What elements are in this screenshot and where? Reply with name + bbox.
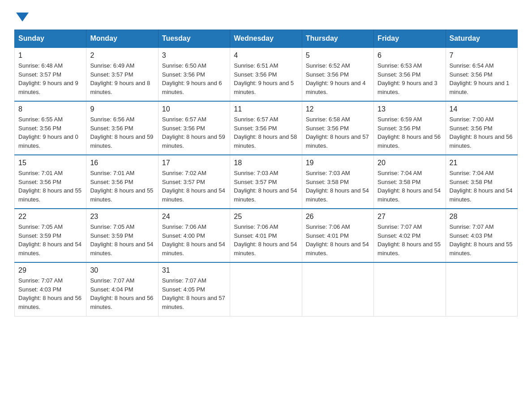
col-thursday: Thursday (302, 30, 373, 48)
day-info: Sunrise: 7:06 AM Sunset: 4:00 PM Dayligh… (162, 223, 226, 257)
calendar-week-4: 22 Sunrise: 7:05 AM Sunset: 3:59 PM Dayl… (15, 209, 518, 262)
day-number: 8 (18, 105, 82, 113)
day-info: Sunrise: 6:59 AM Sunset: 3:56 PM Dayligh… (378, 115, 442, 150)
day-info: Sunrise: 6:56 AM Sunset: 3:56 PM Dayligh… (90, 115, 154, 150)
col-sunday: Sunday (15, 30, 86, 48)
day-number: 25 (234, 213, 298, 221)
day-info: Sunrise: 6:55 AM Sunset: 3:56 PM Dayligh… (18, 115, 82, 150)
day-info: Sunrise: 7:07 AM Sunset: 4:03 PM Dayligh… (18, 276, 82, 311)
table-row: 1 Sunrise: 6:48 AM Sunset: 3:57 PM Dayli… (15, 47, 86, 101)
day-number: 6 (378, 51, 442, 60)
day-number: 20 (378, 159, 442, 167)
day-info: Sunrise: 6:58 AM Sunset: 3:56 PM Dayligh… (306, 115, 370, 150)
calendar-week-1: 1 Sunrise: 6:48 AM Sunset: 3:57 PM Dayli… (15, 47, 518, 101)
col-wednesday: Wednesday (230, 30, 302, 48)
calendar-week-3: 15 Sunrise: 7:01 AM Sunset: 3:56 PM Dayl… (15, 155, 518, 209)
calendar-table: Sunday Monday Tuesday Wednesday Thursday… (14, 30, 518, 317)
day-info: Sunrise: 7:06 AM Sunset: 4:01 PM Dayligh… (234, 223, 298, 257)
col-tuesday: Tuesday (158, 30, 230, 48)
table-row: 19 Sunrise: 7:03 AM Sunset: 3:58 PM Dayl… (302, 155, 373, 209)
table-row: 7 Sunrise: 6:54 AM Sunset: 3:56 PM Dayli… (446, 47, 517, 101)
day-info: Sunrise: 6:52 AM Sunset: 3:56 PM Dayligh… (306, 61, 370, 96)
day-number: 2 (90, 51, 154, 60)
day-number: 16 (90, 159, 154, 167)
day-info: Sunrise: 6:50 AM Sunset: 3:56 PM Dayligh… (162, 61, 226, 96)
table-row: 22 Sunrise: 7:05 AM Sunset: 3:59 PM Dayl… (15, 209, 86, 262)
col-friday: Friday (374, 30, 446, 48)
day-number: 9 (90, 105, 154, 113)
day-info: Sunrise: 6:53 AM Sunset: 3:56 PM Dayligh… (378, 61, 442, 96)
table-row: 4 Sunrise: 6:51 AM Sunset: 3:56 PM Dayli… (230, 47, 302, 101)
table-row: 13 Sunrise: 6:59 AM Sunset: 3:56 PM Dayl… (374, 101, 446, 155)
day-info: Sunrise: 7:02 AM Sunset: 3:57 PM Dayligh… (162, 169, 226, 204)
day-number: 10 (162, 105, 226, 113)
day-info: Sunrise: 7:05 AM Sunset: 3:59 PM Dayligh… (18, 223, 82, 257)
calendar-week-5: 29 Sunrise: 7:07 AM Sunset: 4:03 PM Dayl… (15, 262, 518, 316)
table-row (374, 262, 446, 316)
header-row: Sunday Monday Tuesday Wednesday Thursday… (15, 30, 518, 48)
day-number: 27 (378, 213, 442, 221)
day-info: Sunrise: 7:07 AM Sunset: 4:03 PM Dayligh… (450, 223, 514, 257)
day-number: 31 (162, 266, 226, 274)
day-number: 26 (306, 213, 370, 221)
table-row (302, 262, 373, 316)
day-number: 21 (450, 159, 514, 167)
day-info: Sunrise: 7:05 AM Sunset: 3:59 PM Dayligh… (90, 223, 154, 257)
table-row (230, 262, 302, 316)
day-info: Sunrise: 7:07 AM Sunset: 4:05 PM Dayligh… (162, 276, 226, 311)
header (14, 11, 518, 21)
day-info: Sunrise: 7:01 AM Sunset: 3:56 PM Dayligh… (90, 169, 154, 204)
day-info: Sunrise: 7:07 AM Sunset: 4:04 PM Dayligh… (90, 276, 154, 311)
day-number: 18 (234, 159, 298, 167)
day-number: 1 (18, 51, 82, 60)
col-monday: Monday (86, 30, 158, 48)
day-number: 19 (306, 159, 370, 167)
day-number: 4 (234, 51, 298, 60)
col-saturday: Saturday (446, 30, 517, 48)
day-info: Sunrise: 7:04 AM Sunset: 3:58 PM Dayligh… (450, 169, 514, 204)
table-row: 29 Sunrise: 7:07 AM Sunset: 4:03 PM Dayl… (15, 262, 86, 316)
table-row: 16 Sunrise: 7:01 AM Sunset: 3:56 PM Dayl… (86, 155, 158, 209)
table-row: 3 Sunrise: 6:50 AM Sunset: 3:56 PM Dayli… (158, 47, 230, 101)
table-row: 11 Sunrise: 6:57 AM Sunset: 3:56 PM Dayl… (230, 101, 302, 155)
table-row: 8 Sunrise: 6:55 AM Sunset: 3:56 PM Dayli… (15, 101, 86, 155)
day-info: Sunrise: 7:07 AM Sunset: 4:02 PM Dayligh… (378, 223, 442, 257)
table-row: 6 Sunrise: 6:53 AM Sunset: 3:56 PM Dayli… (374, 47, 446, 101)
logo-triangle-icon (16, 13, 29, 21)
day-info: Sunrise: 6:57 AM Sunset: 3:56 PM Dayligh… (234, 115, 298, 150)
day-number: 22 (18, 213, 82, 221)
day-info: Sunrise: 6:51 AM Sunset: 3:56 PM Dayligh… (234, 61, 298, 96)
day-number: 7 (450, 51, 514, 60)
table-row: 9 Sunrise: 6:56 AM Sunset: 3:56 PM Dayli… (86, 101, 158, 155)
table-row: 28 Sunrise: 7:07 AM Sunset: 4:03 PM Dayl… (446, 209, 517, 262)
table-row: 20 Sunrise: 7:04 AM Sunset: 3:58 PM Dayl… (374, 155, 446, 209)
day-number: 5 (306, 51, 370, 60)
table-row: 26 Sunrise: 7:06 AM Sunset: 4:01 PM Dayl… (302, 209, 373, 262)
table-row: 12 Sunrise: 6:58 AM Sunset: 3:56 PM Dayl… (302, 101, 373, 155)
day-info: Sunrise: 7:01 AM Sunset: 3:56 PM Dayligh… (18, 169, 82, 204)
day-info: Sunrise: 7:00 AM Sunset: 3:56 PM Dayligh… (450, 115, 514, 150)
logo (14, 11, 29, 21)
day-number: 13 (378, 105, 442, 113)
day-number: 11 (234, 105, 298, 113)
day-number: 15 (18, 159, 82, 167)
table-row: 27 Sunrise: 7:07 AM Sunset: 4:02 PM Dayl… (374, 209, 446, 262)
table-row: 10 Sunrise: 6:57 AM Sunset: 3:56 PM Dayl… (158, 101, 230, 155)
day-number: 23 (90, 213, 154, 221)
day-number: 28 (450, 213, 514, 221)
day-number: 24 (162, 213, 226, 221)
day-number: 12 (306, 105, 370, 113)
table-row: 21 Sunrise: 7:04 AM Sunset: 3:58 PM Dayl… (446, 155, 517, 209)
table-row: 30 Sunrise: 7:07 AM Sunset: 4:04 PM Dayl… (86, 262, 158, 316)
day-info: Sunrise: 7:04 AM Sunset: 3:58 PM Dayligh… (378, 169, 442, 204)
day-number: 14 (450, 105, 514, 113)
table-row: 24 Sunrise: 7:06 AM Sunset: 4:00 PM Dayl… (158, 209, 230, 262)
calendar-week-2: 8 Sunrise: 6:55 AM Sunset: 3:56 PM Dayli… (15, 101, 518, 155)
table-row: 17 Sunrise: 7:02 AM Sunset: 3:57 PM Dayl… (158, 155, 230, 209)
day-number: 3 (162, 51, 226, 60)
day-info: Sunrise: 6:57 AM Sunset: 3:56 PM Dayligh… (162, 115, 226, 150)
table-row: 18 Sunrise: 7:03 AM Sunset: 3:57 PM Dayl… (230, 155, 302, 209)
day-info: Sunrise: 6:54 AM Sunset: 3:56 PM Dayligh… (450, 61, 514, 96)
table-row (446, 262, 517, 316)
day-info: Sunrise: 6:49 AM Sunset: 3:57 PM Dayligh… (90, 61, 154, 96)
